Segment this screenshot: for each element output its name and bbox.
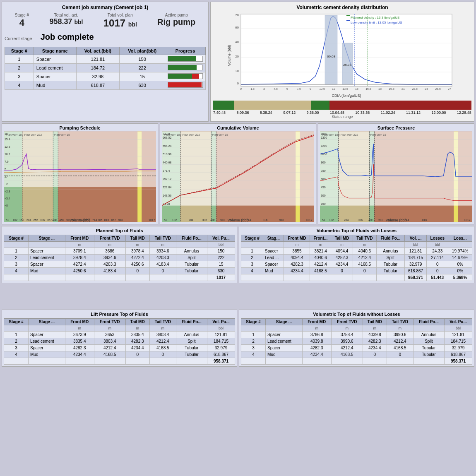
- pressure-chart: Plan vol= 150 Plan vol= 222 Plan vol= 15…: [320, 131, 472, 222]
- svg-text:25.5: 25.5: [435, 87, 441, 90]
- table-row: 2Lead cement3835.43803.44282.34212.4Spli…: [4, 338, 235, 345]
- svg-text:CDIA (lbm/galUS): CDIA (lbm/galUS): [332, 94, 361, 98]
- status-segment-tan: [234, 101, 311, 110]
- time-8: 11:02:24: [381, 111, 395, 115]
- status-range-label: Status range: [213, 115, 471, 119]
- time-6: 10:04:48: [330, 111, 344, 115]
- total-row: 958.37151.4435.368%: [241, 274, 472, 281]
- svg-text:7.6: 7.6: [5, 160, 9, 163]
- svg-text:297.12: 297.12: [163, 178, 171, 180]
- table-row: 2Lead cement3978.43934.64272.44203.3Spli…: [4, 255, 235, 261]
- stat-stage: Stage # 4: [15, 13, 29, 29]
- svg-text:Low density limit : 13.05 lbm/: Low density limit : 13.05 lbm/galUS: [351, 21, 402, 24]
- svg-text:668.52: 668.52: [163, 136, 171, 139]
- svg-text:19.5: 19.5: [389, 87, 394, 90]
- th-tail-tvd: Tail TVD: [387, 319, 413, 325]
- bottom-section: Lift Pressure Top of Fluids Stage # Stag…: [2, 310, 474, 367]
- total-row: 958.371: [241, 358, 472, 365]
- th-tail-tvd: Tail TVD: [353, 235, 376, 242]
- table-row: 2Lead ...4094.44040.64282.34212.4Split18…: [241, 255, 472, 261]
- th-front-tvd: Front TVD: [94, 235, 125, 242]
- volumetric-losses-panel: Volumetric Top of Fluids with Losses Sta…: [239, 226, 474, 283]
- unit-tail-md: m: [125, 242, 149, 248]
- th-loss-pct: Loss...: [448, 235, 472, 242]
- cumulative-svg: Plan vol= 150 Plan vol= 222 Plan vol= 15…: [162, 131, 314, 222]
- current-stage-label: Current stage: [5, 36, 32, 41]
- pumping-svg: 18 15.4 12.8 10.2 7.6 5 2.4 −2 −2.8 −5.4…: [4, 131, 156, 222]
- stat-stage-value: 4: [15, 17, 29, 28]
- th-fluid: Fluid Po...: [176, 319, 207, 325]
- status-times: 7:40:48 8:09:36 8:38:24 9:07:12 9:36:00 …: [213, 111, 471, 115]
- svg-text:40: 40: [235, 40, 239, 44]
- svg-text:750: 750: [321, 169, 326, 172]
- stage-name: Spacer: [34, 55, 76, 64]
- th-vol: Vol. Pu...: [445, 319, 472, 325]
- volumetric-losses-title: Volumetric Top of Fluids with Losses: [241, 228, 472, 233]
- svg-text:0: 0: [237, 82, 239, 85]
- job-status: Job complete: [41, 32, 94, 42]
- time-9: 11:31:12: [406, 111, 421, 115]
- svg-text:Volume (bbl): Volume (bbl): [227, 45, 231, 66]
- th-stage-name: Stage ...: [29, 235, 65, 242]
- th-tail-tvd: Tail TVD: [149, 235, 176, 242]
- planned-top-title: Planned Top of Fluids: [4, 228, 235, 233]
- unit-front-md: m: [65, 242, 94, 248]
- th-stage-name: Stage ...: [266, 319, 303, 325]
- summary-panel: Cement job summary (Cement job 1) Stage …: [2, 2, 209, 122]
- table-row: 1Spacer3786.83758.44039.83990.6Annulus12…: [241, 332, 472, 338]
- vol-plan: 150: [120, 55, 165, 64]
- pressure-svg: Plan vol= 150 Plan vol= 222 Plan vol= 15…: [320, 131, 472, 222]
- stage-name: Spacer: [34, 72, 76, 81]
- th-front-md: Front MD: [65, 235, 94, 242]
- th-vol-act: Vol. act.(bbl): [76, 47, 120, 55]
- vol-act: 184.72: [76, 64, 120, 72]
- pumping-schedule-title: Pumping Schedule: [4, 125, 156, 130]
- svg-text:Plan vol= 222: Plan vol= 222: [183, 133, 200, 136]
- svg-text:16.5: 16.5: [365, 87, 371, 90]
- vol-act: 32.98: [76, 72, 120, 81]
- pressure-x-label: Volume (bbl): [320, 218, 472, 222]
- stat-stage-label: Stage #: [15, 13, 29, 17]
- th-tail-md: Tail MD: [125, 319, 149, 325]
- th-tail-md: Tail MD: [363, 319, 387, 325]
- svg-text:1.5: 1.5: [250, 87, 255, 90]
- progress-bar: [168, 73, 203, 79]
- table-row: 2Lead cement4039.83990.64282.34212.4Spli…: [241, 338, 472, 345]
- svg-text:10.5: 10.5: [319, 87, 325, 90]
- th-tail-tvd: Tail TVD: [149, 319, 176, 325]
- svg-text:22.5: 22.5: [412, 87, 418, 90]
- progress-bar: [168, 82, 203, 88]
- svg-text:20: 20: [235, 55, 239, 58]
- th-front-md: Front MD: [284, 235, 310, 242]
- vol-act: 618.87: [76, 81, 120, 90]
- time-1: 7:40:48: [213, 111, 226, 115]
- svg-text:6: 6: [286, 87, 288, 90]
- surface-pressure-title: Surface Pressure: [320, 125, 472, 130]
- svg-text:300: 300: [321, 194, 326, 197]
- svg-text:60.08: 60.08: [327, 55, 336, 58]
- table-row: 2 Lead cement 184.72 222: [5, 64, 206, 72]
- svg-text:222.84: 222.84: [163, 186, 171, 189]
- progress-cell: [165, 81, 206, 90]
- planned-top-panel: Planned Top of Fluids Stage # Stage ... …: [2, 226, 237, 283]
- th-stage: Stage #: [4, 319, 29, 325]
- status-bar: [213, 101, 471, 110]
- density-title: Volumetric cement density distribution: [213, 5, 471, 10]
- lift-pressure-panel: Lift Pressure Top of Fluids Stage # Stag…: [2, 310, 237, 367]
- time-2: 8:09:36: [236, 111, 249, 115]
- svg-text:12.8: 12.8: [5, 145, 10, 148]
- th-fluid: Fluid Po...: [413, 319, 444, 325]
- stage-name: Mud: [34, 81, 76, 90]
- stage-num: 4: [5, 81, 34, 90]
- progress-bar: [168, 56, 203, 62]
- svg-text:−2: −2: [5, 183, 8, 185]
- th-front-tvd: Front...: [310, 235, 331, 242]
- th-vol-plan: Vol. plan(bbl): [120, 47, 165, 55]
- time-5: 9:36:00: [307, 111, 319, 115]
- stage-name: Lead cement: [34, 64, 76, 72]
- svg-text:7.5: 7.5: [297, 87, 301, 90]
- section-spacer: [2, 285, 474, 310]
- unit-tail-tvd: m: [149, 242, 176, 248]
- unit-front-tvd: m: [94, 242, 125, 248]
- status-segment-green1: [213, 101, 234, 110]
